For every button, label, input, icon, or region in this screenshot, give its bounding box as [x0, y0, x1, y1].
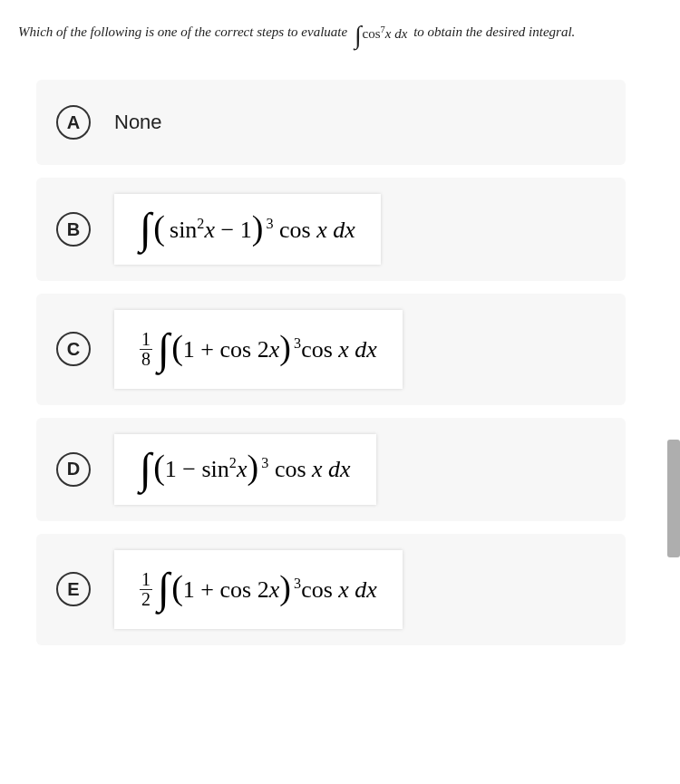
option-d-math: ∫ (1 − sin2x) 3 cos x dx: [114, 434, 376, 505]
option-marker-c: C: [56, 332, 91, 366]
option-d[interactable]: D ∫ (1 − sin2x) 3 cos x dx: [36, 418, 626, 521]
option-a-text: None: [114, 111, 162, 134]
option-c-math: 1 8 ∫ (1 + cos 2x) 3cos x dx: [114, 310, 403, 389]
option-e-math: 1 2 ∫ (1 + cos 2x) 3cos x dx: [114, 550, 403, 629]
option-marker-a: A: [56, 105, 91, 140]
option-c-frac-den: 8: [140, 349, 152, 369]
option-marker-d: D: [56, 452, 91, 487]
option-e[interactable]: E 1 2 ∫ (1 + cos 2x) 3cos x dx: [36, 534, 626, 645]
option-c-frac-num: 1: [140, 330, 152, 349]
option-marker-e: E: [56, 572, 91, 606]
options-list: A None B ∫ ( sin2x − 1) 3 cos x dx C 1 8…: [18, 80, 662, 644]
question-text: Which of the following is one of the cor…: [18, 22, 662, 44]
option-e-frac-den: 2: [140, 589, 152, 609]
scrollbar-thumb[interactable]: [667, 440, 680, 557]
option-a[interactable]: A None: [36, 80, 626, 165]
option-e-frac-num: 1: [140, 570, 152, 589]
question-formula: ∫cos7x dx: [354, 23, 408, 44]
option-marker-b: B: [56, 212, 91, 247]
question-before: Which of the following is one of the cor…: [18, 24, 351, 39]
question-after: to obtain the desired integral.: [413, 24, 575, 39]
option-c[interactable]: C 1 8 ∫ (1 + cos 2x) 3cos x dx: [36, 294, 626, 405]
option-b-math: ∫ ( sin2x − 1) 3 cos x dx: [114, 194, 381, 265]
option-b[interactable]: B ∫ ( sin2x − 1) 3 cos x dx: [36, 178, 626, 281]
